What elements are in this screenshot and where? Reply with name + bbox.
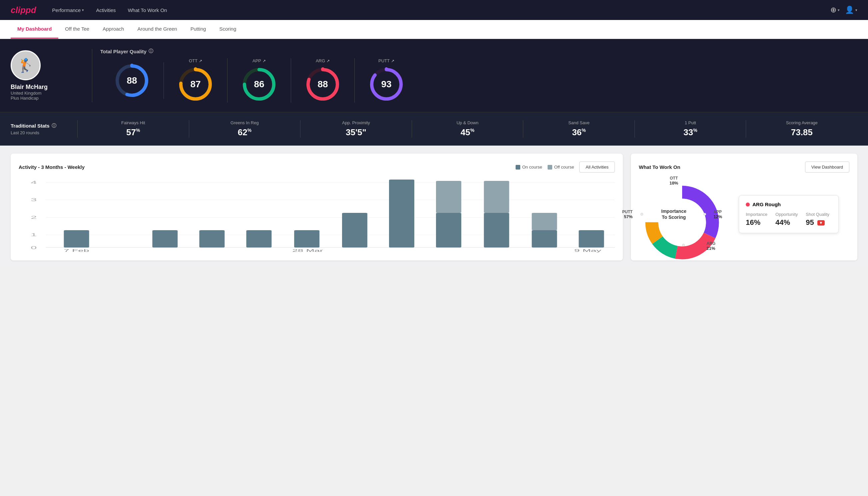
donut-chart: Importance To Scoring: [639, 179, 709, 249]
work-on-header: What To Work On View Dashboard: [639, 161, 849, 173]
putt-gauge: 93: [368, 66, 405, 103]
legend-off-course: Off course: [548, 165, 574, 170]
trad-stats-info-icon[interactable]: ⓘ: [52, 123, 56, 129]
tpq-value: 88: [127, 75, 137, 86]
stat-greens-in-reg: Greens In Reg 62%: [189, 120, 300, 138]
stat-scoring-average: Scoring Average 73.85: [746, 120, 857, 138]
svg-text:2: 2: [31, 215, 37, 219]
shot-quality-badge: ▼: [817, 220, 825, 226]
stat-app-proximity: App. Proximity 35'5": [300, 120, 412, 138]
svg-rect-31: [389, 180, 414, 248]
work-on-inner: OTT 10% APP 12% ARG 21% PUTT 57%: [639, 179, 849, 249]
nav-what-to-work-on[interactable]: What To Work On: [128, 7, 167, 13]
svg-rect-35: [484, 181, 509, 213]
player-info: 🏌️ Blair McHarg United Kingdom Plus Hand…: [11, 50, 84, 100]
add-button[interactable]: ⊕ ▾: [830, 6, 840, 14]
player-handicap: Plus Handicap: [11, 96, 38, 100]
activity-chart-card: Activity - 3 Months - Weekly On course O…: [11, 154, 623, 261]
svg-text:0: 0: [31, 246, 37, 250]
svg-rect-26: [152, 230, 177, 248]
svg-point-5: [194, 67, 197, 71]
nav-right: ⊕ ▾ 👤 ▾: [830, 6, 857, 14]
svg-text:9 May: 9 May: [574, 248, 601, 252]
nav-activities[interactable]: Activities: [96, 7, 115, 13]
tpq-info-icon[interactable]: ⓘ: [148, 48, 153, 54]
avatar-image: 🏌️: [17, 58, 34, 73]
all-activities-button[interactable]: All Activities: [579, 161, 615, 173]
user-menu-button[interactable]: 👤 ▾: [845, 6, 857, 14]
popup-metrics: Importance 16% Opportunity 44% Shot Qual…: [746, 212, 832, 227]
player-name: Blair McHarg: [11, 83, 48, 91]
nav-performance[interactable]: Performance ▾: [52, 7, 84, 13]
popup-shot-quality: Shot Quality 95 ▼: [806, 212, 830, 227]
svg-point-11: [321, 67, 325, 71]
stat-sand-save: Sand Save 36%: [523, 120, 634, 138]
add-chevron-icon: ▾: [838, 8, 840, 12]
svg-rect-37: [532, 213, 557, 230]
tpq-label: Total Player Quality ⓘ: [100, 48, 857, 54]
top-nav: clippd Performance ▾ Activities What To …: [0, 0, 868, 20]
app-gauge: 86: [241, 66, 278, 103]
activity-card-header: Activity - 3 Months - Weekly On course O…: [19, 161, 615, 173]
popup-title: ARG Rough: [746, 202, 832, 207]
hero-section: 🏌️ Blair McHarg United Kingdom Plus Hand…: [0, 39, 868, 112]
work-on-title: What To Work On: [639, 164, 680, 170]
off-course-dot: [548, 165, 552, 170]
svg-text:1: 1: [31, 233, 37, 237]
ott-value: 87: [190, 79, 201, 90]
app-logo: clippd: [11, 5, 36, 15]
score-ott: OTT ↗ 87: [164, 58, 227, 103]
svg-rect-28: [246, 230, 271, 248]
tab-off-the-tee[interactable]: Off the Tee: [58, 20, 96, 38]
ott-gauge: 87: [177, 66, 214, 103]
nav-links: Performance ▾ Activities What To Work On: [52, 7, 830, 13]
detail-popup: ARG Rough Importance 16% Opportunity 44%…: [739, 195, 839, 233]
svg-rect-25: [64, 230, 89, 248]
tab-approach[interactable]: Approach: [96, 20, 130, 38]
svg-rect-32: [436, 213, 461, 248]
ott-label: OTT ↗: [189, 58, 202, 63]
svg-text:28 Mar: 28 Mar: [292, 248, 323, 252]
arg-arrow-icon: ↗: [327, 59, 330, 63]
svg-rect-34: [484, 213, 509, 248]
svg-rect-30: [342, 213, 367, 248]
svg-point-2: [130, 64, 133, 67]
svg-rect-38: [579, 230, 604, 248]
arg-value: 88: [317, 79, 328, 90]
svg-text:3: 3: [31, 198, 37, 202]
scores-section: 88 OTT ↗ 87: [100, 58, 857, 103]
hero-divider: [92, 49, 92, 102]
activity-chart-title: Activity - 3 Months - Weekly: [19, 164, 84, 170]
stat-up-down: Up & Down 45%: [412, 120, 523, 138]
svg-rect-33: [436, 181, 461, 213]
popup-opportunity: Opportunity 44%: [775, 212, 798, 227]
stat-fairways-hit: Fairways Hit 57%: [77, 120, 189, 138]
putt-arrow-icon: ↗: [391, 59, 394, 63]
bar-chart: 4 3 2 1 0: [19, 179, 615, 252]
on-course-dot: [516, 165, 520, 170]
stat-1-putt: 1 Putt 33%: [634, 120, 746, 138]
user-chevron-icon: ▾: [855, 8, 857, 12]
svg-rect-36: [532, 230, 557, 248]
putt-label: PUTT ↗: [378, 58, 394, 63]
view-dashboard-button[interactable]: View Dashboard: [805, 161, 849, 173]
putt-value: 93: [381, 79, 391, 90]
svg-text:4: 4: [31, 180, 37, 185]
tab-scoring[interactable]: Scoring: [212, 20, 243, 38]
tab-putting[interactable]: Putting: [184, 20, 213, 38]
tab-around-the-green[interactable]: Around the Green: [130, 20, 184, 38]
chart-legend: On course Off course: [516, 165, 574, 170]
traditional-stats: Traditional Stats ⓘ Last 20 rounds Fairw…: [0, 112, 868, 145]
tab-my-dashboard[interactable]: My Dashboard: [11, 20, 58, 38]
main-content: Activity - 3 Months - Weekly On course O…: [0, 145, 868, 268]
stat-items: Fairways Hit 57% Greens In Reg 62% App. …: [77, 120, 857, 138]
svg-point-46: [659, 199, 706, 247]
trad-stats-label: Traditional Stats ⓘ Last 20 rounds: [11, 123, 77, 135]
svg-rect-27: [199, 230, 224, 248]
svg-point-14: [385, 67, 388, 71]
score-arg: ARG ↗ 88: [291, 58, 355, 103]
player-avatar: 🏌️: [11, 50, 41, 80]
ott-arrow-icon: ↗: [199, 59, 202, 63]
performance-chevron-icon: ▾: [82, 8, 84, 12]
svg-text:7 Feb: 7 Feb: [64, 248, 89, 252]
